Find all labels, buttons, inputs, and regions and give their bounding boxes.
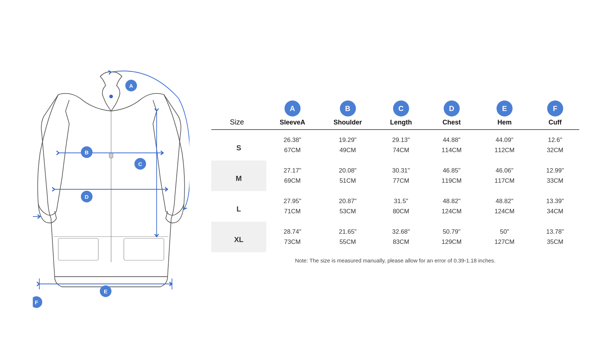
- cell-XL-shoulder-inches: 21.65": [319, 222, 377, 237]
- cell-L-cuff-inches: 13.39": [531, 191, 579, 206]
- cell-L-hem-cm: 124CM: [478, 206, 531, 222]
- cell-XL-cuff-inches: 13.78": [531, 222, 579, 237]
- cell-S-cuff-cm: 32CM: [531, 145, 579, 161]
- col-label-shoulder: Shoulder: [319, 119, 377, 126]
- cell-L-hem-inches: 48.82": [478, 191, 531, 206]
- cell-S-length-inches: 29.13": [377, 130, 425, 145]
- row-S-cm: 67CM49CM74CM114CM112CM32CM: [211, 145, 579, 161]
- row-XL-cm: 73CM55CM83CM129CM127CM35CM: [211, 237, 579, 252]
- note-text: Note: The size is measured manually, ple…: [211, 257, 579, 264]
- header-col-cuff: FCuff: [531, 100, 579, 130]
- row-M-cm: 69CM51CM77CM119CM117CM33CM: [211, 176, 579, 191]
- main-container: A B C D E F Size: [33, 51, 579, 313]
- cell-M-shoulder-cm: 51CM: [319, 176, 377, 191]
- jacket-diagram: A B C D E F: [33, 51, 189, 313]
- svg-rect-1: [109, 153, 113, 158]
- row-L-cm: 71CM53CM80CM124CM124CM34CM: [211, 206, 579, 222]
- cell-XL-sleevea-inches: 28.74": [266, 222, 319, 237]
- cell-M-cuff-inches: 12.99": [531, 161, 579, 176]
- cell-M-sleevea-cm: 69CM: [266, 176, 319, 191]
- cell-XL-length-cm: 83CM: [377, 237, 425, 252]
- col-label-length: Length: [377, 119, 425, 126]
- row-XL-inches: XL28.74"21.65"32.68"50.79"50"13.78": [211, 222, 579, 237]
- cell-S-chest-cm: 114CM: [425, 145, 478, 161]
- col-label-hem: Hem: [478, 119, 531, 126]
- svg-rect-4: [124, 238, 164, 260]
- cell-S-shoulder-cm: 49CM: [319, 145, 377, 161]
- cell-M-cuff-cm: 33CM: [531, 176, 579, 191]
- header-col-hem: EHem: [478, 100, 531, 130]
- badge-A: A: [285, 100, 301, 116]
- badge-B: B: [340, 100, 356, 116]
- col-label-chest: Chest: [425, 119, 478, 126]
- row-M-inches: M27.17"20.08"30.31"46.85"46.06"12.99": [211, 161, 579, 176]
- cell-L-shoulder-cm: 53CM: [319, 206, 377, 222]
- cell-L-sleevea-cm: 71CM: [266, 206, 319, 222]
- cell-XL-shoulder-cm: 55CM: [319, 237, 377, 252]
- row-L-inches: L27.95"20.87"31.5"48.82"48.82"13.39": [211, 191, 579, 206]
- header-col-shoulder: BShoulder: [319, 100, 377, 130]
- svg-point-24: [109, 95, 113, 98]
- cell-L-length-inches: 31.5": [377, 191, 425, 206]
- cell-M-sleevea-inches: 27.17": [266, 161, 319, 176]
- cell-L-cuff-cm: 34CM: [531, 206, 579, 222]
- cell-M-hem-cm: 117CM: [478, 176, 531, 191]
- cell-L-sleevea-inches: 27.95": [266, 191, 319, 206]
- cell-XL-chest-cm: 129CM: [425, 237, 478, 252]
- size-table: Size ASleeveABShoulderCLengthDChestEHemF…: [211, 100, 579, 252]
- cell-S-length-cm: 74CM: [377, 145, 425, 161]
- size-label-L: L: [211, 191, 266, 222]
- badge-C: C: [393, 100, 409, 116]
- cell-XL-length-inches: 32.68": [377, 222, 425, 237]
- badge-D: D: [444, 100, 460, 116]
- svg-text:C: C: [138, 161, 142, 167]
- cell-M-length-inches: 30.31": [377, 161, 425, 176]
- cell-M-hem-inches: 46.06": [478, 161, 531, 176]
- svg-text:D: D: [85, 194, 89, 200]
- cell-XL-sleevea-cm: 73CM: [266, 237, 319, 252]
- size-label-XL: XL: [211, 222, 266, 252]
- svg-text:E: E: [104, 288, 107, 294]
- size-label-M: M: [211, 161, 266, 191]
- row-S-inches: S26.38"19.29"29.13"44.88"44.09"12.6": [211, 130, 579, 145]
- cell-L-shoulder-inches: 20.87": [319, 191, 377, 206]
- cell-S-cuff-inches: 12.6": [531, 130, 579, 145]
- size-column-header: Size: [211, 100, 266, 130]
- cell-M-length-cm: 77CM: [377, 176, 425, 191]
- cell-S-hem-inches: 44.09": [478, 130, 531, 145]
- cell-XL-chest-inches: 50.79": [425, 222, 478, 237]
- cell-XL-cuff-cm: 35CM: [531, 237, 579, 252]
- cell-M-chest-inches: 46.85": [425, 161, 478, 176]
- svg-text:B: B: [85, 149, 89, 155]
- table-header-badges: Size ASleeveABShoulderCLengthDChestEHemF…: [211, 100, 579, 130]
- size-table-section: Size ASleeveABShoulderCLengthDChestEHemF…: [211, 100, 579, 264]
- header-col-sleevea: ASleeveA: [266, 100, 319, 130]
- badge-E: E: [497, 100, 513, 116]
- badge-F: F: [547, 100, 563, 116]
- cell-XL-hem-cm: 127CM: [478, 237, 531, 252]
- cell-S-shoulder-inches: 19.29": [319, 130, 377, 145]
- cell-L-chest-inches: 48.82": [425, 191, 478, 206]
- svg-text:F: F: [35, 299, 38, 305]
- cell-M-chest-cm: 119CM: [425, 176, 478, 191]
- cell-L-chest-cm: 124CM: [425, 206, 478, 222]
- header-col-length: CLength: [377, 100, 425, 130]
- cell-S-chest-inches: 44.88": [425, 130, 478, 145]
- cell-M-shoulder-inches: 20.08": [319, 161, 377, 176]
- cell-S-hem-cm: 112CM: [478, 145, 531, 161]
- cell-XL-hem-inches: 50": [478, 222, 531, 237]
- svg-rect-3: [58, 238, 98, 260]
- cell-S-sleevea-inches: 26.38": [266, 130, 319, 145]
- cell-S-sleevea-cm: 67CM: [266, 145, 319, 161]
- header-col-chest: DChest: [425, 100, 478, 130]
- cell-L-length-cm: 80CM: [377, 206, 425, 222]
- size-label-S: S: [211, 130, 266, 161]
- col-label-cuff: Cuff: [531, 119, 579, 126]
- svg-text:A: A: [129, 83, 133, 89]
- col-label-sleevea: SleeveA: [266, 119, 319, 126]
